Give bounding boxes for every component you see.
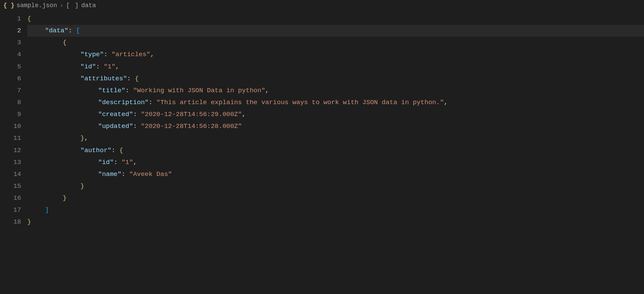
token-keyq: " (80, 51, 84, 58)
token-brace: } (80, 134, 84, 142)
line-number[interactable]: 18 (0, 216, 21, 228)
token-space (108, 51, 111, 58)
token-keyq: " (80, 147, 84, 154)
code-line[interactable]: "type": "articles", (27, 49, 644, 61)
line-number[interactable]: 10 (0, 120, 21, 132)
token-key: title (102, 87, 121, 94)
token-str: "Aveek Das" (129, 170, 172, 178)
token-brace: { (119, 147, 123, 154)
token-punc: , (265, 87, 269, 94)
token-key: type (84, 51, 100, 58)
token-punc: , (133, 159, 137, 166)
token-key: name (102, 170, 118, 178)
code-line[interactable]: "attributes": { (27, 73, 644, 85)
token-key: updated (102, 122, 129, 130)
token-keyq: " (45, 27, 49, 34)
code-line[interactable]: "name": "Aveek Das" (27, 168, 644, 180)
token-keyq: " (98, 170, 102, 178)
code-line[interactable]: "title": "Working with JSON Data in pyth… (27, 85, 644, 97)
token-space (137, 122, 141, 130)
line-number[interactable]: 8 (0, 97, 21, 109)
token-space (137, 111, 141, 118)
line-number[interactable]: 2 (0, 25, 21, 37)
token-brace: { (135, 75, 139, 82)
token-punc: , (116, 63, 119, 70)
token-keyq: " (98, 111, 102, 118)
token-punc: : (125, 87, 129, 94)
token-space (100, 63, 104, 70)
breadcrumb[interactable]: { } sample.json › [ ] data (0, 0, 644, 11)
token-punc: : (133, 122, 137, 130)
token-punc: : (121, 170, 125, 178)
token-key: author (84, 147, 107, 154)
line-number[interactable]: 3 (0, 37, 21, 49)
token-key: description (102, 99, 144, 106)
token-keyq: " (145, 99, 149, 106)
token-str: "1" (104, 63, 115, 70)
code-line[interactable]: "description": "This article explains th… (27, 97, 644, 109)
token-brace: } (63, 194, 66, 202)
code-line[interactable]: } (27, 192, 644, 204)
line-number[interactable]: 12 (0, 145, 21, 157)
token-brace: } (27, 218, 31, 226)
code-editor: { } sample.json › [ ] data 1234567891011… (0, 0, 644, 294)
token-keyq: " (80, 75, 84, 82)
line-number[interactable]: 11 (0, 132, 21, 144)
line-number[interactable]: 1 (0, 13, 21, 25)
token-keyq: " (92, 63, 96, 70)
code-line[interactable]: "data": [ (27, 25, 644, 37)
token-space (125, 170, 129, 178)
token-punc: : (114, 159, 118, 166)
token-keyq: " (118, 170, 121, 178)
token-str: "2020-12-28T14:56:29.000Z" (141, 111, 242, 118)
code-line[interactable]: { (27, 37, 644, 49)
code-line[interactable]: "updated": "2020-12-28T14:56:28.000Z" (27, 120, 644, 132)
code-line[interactable]: "created": "2020-12-28T14:56:29.000Z", (27, 109, 644, 120)
line-number[interactable]: 6 (0, 73, 21, 85)
code-line[interactable]: } (27, 216, 644, 228)
token-punc: , (84, 134, 88, 142)
token-keyq: " (100, 51, 104, 58)
token-key: created (102, 111, 129, 118)
code-line[interactable]: "id": "1", (27, 157, 644, 168)
line-number[interactable]: 9 (0, 109, 21, 120)
line-number[interactable]: 4 (0, 49, 21, 61)
token-space (153, 99, 156, 106)
line-number[interactable]: 5 (0, 61, 21, 73)
line-number-gutter[interactable]: 123456789101112131415161718 (0, 11, 27, 294)
token-punc: : (149, 99, 152, 106)
token-keyq: " (98, 99, 102, 106)
json-file-icon: { } (3, 2, 14, 9)
line-number[interactable]: 7 (0, 85, 21, 97)
token-space (131, 75, 135, 82)
token-str: "Working with JSON Data in python" (133, 87, 265, 94)
token-keyq: " (123, 75, 127, 82)
editor-body[interactable]: 123456789101112131415161718 {"data": [{"… (0, 11, 644, 294)
code-line[interactable]: }, (27, 132, 644, 144)
code-content[interactable]: {"data": [{"type": "articles","id": "1",… (27, 11, 644, 294)
code-line[interactable]: "id": "1", (27, 61, 644, 73)
line-number[interactable]: 13 (0, 157, 21, 168)
json-array-icon: [ ] (66, 2, 79, 9)
code-line[interactable]: ] (27, 204, 644, 216)
token-keyq: " (121, 87, 125, 94)
code-line[interactable]: } (27, 180, 644, 192)
token-keyq: " (110, 159, 113, 166)
code-line[interactable]: "author": { (27, 145, 644, 157)
token-punc: , (150, 51, 154, 58)
token-brace: } (80, 182, 84, 190)
token-punc: : (133, 111, 137, 118)
chevron-right-icon: › (60, 2, 63, 9)
line-number[interactable]: 15 (0, 180, 21, 192)
line-number[interactable]: 16 (0, 192, 21, 204)
breadcrumb-filename[interactable]: sample.json (16, 2, 57, 9)
breadcrumb-path-item[interactable]: data (81, 2, 96, 9)
token-key: attributes (84, 75, 123, 82)
token-str: "2020-12-28T14:56:28.000Z" (141, 122, 242, 130)
line-number[interactable]: 14 (0, 168, 21, 180)
token-keyq: " (98, 159, 102, 166)
token-keyq: " (129, 122, 133, 130)
code-line[interactable]: { (27, 13, 644, 25)
token-str: "articles" (111, 51, 150, 58)
line-number[interactable]: 17 (0, 204, 21, 216)
